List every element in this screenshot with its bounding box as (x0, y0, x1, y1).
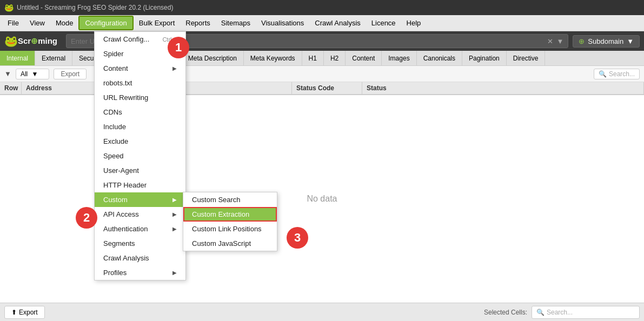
config-menu-item-exclude[interactable]: Exclude (95, 134, 185, 149)
search-placeholder: Search... (609, 70, 635, 78)
config-menu-item-segments[interactable]: Segments (95, 236, 185, 251)
tab-internal[interactable]: Internal (0, 51, 35, 65)
selected-cells-label: Selected Cells: (484, 309, 527, 316)
config-menu-item-api-access[interactable]: API Access▶ (95, 207, 185, 222)
filter-dropdown-icon: ▼ (32, 70, 38, 78)
filter-value: All (21, 70, 28, 78)
menu-item-help[interactable]: Help (401, 17, 427, 29)
search-icon: 🔍 (599, 70, 607, 78)
menu-item-file[interactable]: File (2, 17, 24, 29)
col-header-status: Status (362, 82, 644, 94)
search-box[interactable]: 🔍 Search... (594, 69, 640, 79)
tab-canonicals[interactable]: Canonicals (417, 51, 462, 65)
tab-h1[interactable]: H1 (302, 51, 324, 65)
tab-directive[interactable]: Directive (507, 51, 546, 65)
custom-submenu-item-custom-search[interactable]: Custom Search (183, 192, 277, 207)
url-dropdown-icon[interactable]: ▼ (556, 37, 563, 45)
tab-h2[interactable]: H2 (324, 51, 346, 65)
tab-pagination[interactable]: Pagination (462, 51, 507, 65)
subdomain-button[interactable]: ⊕ Subdomain ▼ (573, 35, 640, 48)
menu-item-sitemaps[interactable]: Sitemaps (216, 17, 256, 29)
app-icon: 🐸 (4, 3, 14, 12)
tab-images[interactable]: Images (382, 51, 416, 65)
subdomain-label: Subdomain (588, 37, 623, 45)
tab-meta-keywords[interactable]: Meta Keywords (244, 51, 302, 65)
custom-submenu-item-custom-javascript[interactable]: Custom JavaScript (183, 236, 277, 251)
menu-item-reports[interactable]: Reports (180, 17, 216, 29)
bottom-search-icon: 🔍 (536, 309, 545, 316)
step-number-3: 3 (287, 227, 308, 249)
logo: 🐸 Scr⊕ming (4, 35, 57, 48)
config-menu-item-authentication[interactable]: Authentication▶ (95, 222, 185, 236)
custom-submenu-item-custom-extraction[interactable]: Custom Extraction (183, 207, 277, 222)
bottom-export-button[interactable]: ⬆ Export (4, 306, 45, 319)
config-menu-item-content[interactable]: Content▶ (95, 61, 185, 76)
config-menu-item-user-agent[interactable]: User-Agent (95, 163, 185, 178)
menu-item-mode[interactable]: Mode (50, 17, 79, 29)
step-number-2: 2 (76, 207, 97, 229)
title-bar-text: Untitled - Screaming Frog SEO Spider 20.… (17, 4, 173, 11)
config-menu-item-http-header[interactable]: HTTP Header (95, 178, 185, 192)
config-menu-item-robots-txt[interactable]: robots.txt (95, 76, 185, 90)
tab-meta-description[interactable]: Meta Description (182, 51, 244, 65)
custom-submenu: Custom SearchCustom ExtractionCustom Lin… (183, 192, 277, 251)
config-menu-item-url-rewriting[interactable]: URL Rewriting (95, 90, 185, 105)
subdomain-icon: ⊕ (579, 37, 585, 45)
config-menu: Crawl Config...Ctrl+;Spider▶Content▶robo… (94, 31, 186, 280)
menu-item-visualisations[interactable]: Visualisations (256, 17, 309, 29)
bottom-search-box[interactable]: 🔍 Search... (532, 306, 640, 319)
config-menu-item-custom[interactable]: Custom▶ (95, 192, 185, 207)
col-header-status-code: Status Code (292, 82, 362, 94)
config-menu-item-speed[interactable]: Speed (95, 149, 185, 163)
export-button[interactable]: Export (54, 69, 87, 79)
custom-submenu-item-custom-link-positions[interactable]: Custom Link Positions (183, 222, 277, 236)
menu-item-licence[interactable]: Licence (366, 17, 401, 29)
menu-item-configuration[interactable]: Configuration (78, 16, 133, 30)
no-data-text: No data (307, 194, 337, 204)
config-menu-item-include[interactable]: Include (95, 119, 185, 134)
tab-external[interactable]: External (35, 51, 72, 65)
bottom-export-label: Export (19, 309, 38, 316)
config-menu-item-cdns[interactable]: CDNs (95, 105, 185, 119)
menu-item-bulk-export[interactable]: Bulk Export (134, 17, 180, 29)
bottom-bar: ⬆ Export Selected Cells: 🔍 Search... (0, 303, 644, 321)
filter-select[interactable]: All ▼ (16, 69, 50, 79)
url-clear-icon[interactable]: ✕ (547, 37, 553, 45)
filter-icon: ▼ (4, 70, 11, 78)
col-header-row: Row (0, 82, 22, 94)
config-menu-item-profiles[interactable]: Profiles▶ (95, 265, 185, 280)
config-menu-item-crawl-analysis[interactable]: Crawl Analysis (95, 251, 185, 265)
menu-item-crawl-analysis[interactable]: Crawl Analysis (309, 17, 366, 29)
bottom-search-placeholder: Search... (547, 309, 573, 316)
menu-bar: FileViewModeConfigurationBulk ExportRepo… (0, 15, 644, 31)
bottom-export-icon: ⬆ (11, 309, 17, 316)
subdomain-dropdown-icon: ▼ (627, 37, 634, 45)
title-bar: 🐸 Untitled - Screaming Frog SEO Spider 2… (0, 0, 644, 15)
menu-item-view[interactable]: View (24, 17, 50, 29)
step-number-1: 1 (168, 37, 189, 58)
tab-content[interactable]: Content (346, 51, 382, 65)
